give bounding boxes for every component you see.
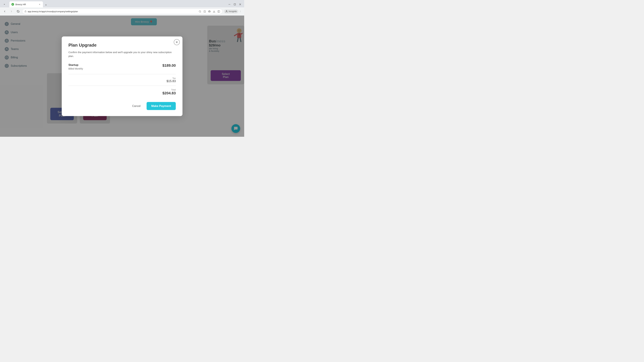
- incognito-label: Incognito: [228, 10, 237, 12]
- tax-label: Tax: [172, 77, 176, 79]
- svg-rect-3: [234, 3, 236, 5]
- total-amount: $204.83: [162, 91, 176, 95]
- reload-button[interactable]: [16, 9, 21, 14]
- tab-close-button[interactable]: ✕: [38, 3, 41, 6]
- app-content: General Users Permissions Teams Billing: [0, 15, 244, 137]
- modal-title: Plan Upgrade: [68, 42, 176, 48]
- window-controls: [228, 2, 242, 6]
- back-button[interactable]: [2, 9, 8, 14]
- plan-upgrade-modal: Plan Upgrade Confirm the payment informa…: [62, 36, 182, 116]
- address-bar-row: app.breezy.hr/app/c/moodjoy/company/sett…: [0, 7, 244, 15]
- make-payment-button[interactable]: Make Payment: [146, 102, 176, 110]
- svg-point-7: [199, 10, 201, 12]
- modal-container: Plan Upgrade Confirm the payment informa…: [62, 36, 182, 116]
- modal-description: Confirm the payment information below an…: [68, 50, 176, 58]
- svg-point-12: [240, 11, 241, 11]
- plan-details: Startup Billed Monthly: [68, 63, 83, 70]
- plan-name: Startup: [68, 63, 83, 67]
- browser-titlebar: B Breezy HR ✕ +: [0, 0, 244, 7]
- profile-switcher[interactable]: [2, 2, 7, 7]
- svg-point-13: [240, 12, 241, 12]
- browser-chrome: B Breezy HR ✕ +: [0, 0, 244, 15]
- svg-point-11: [240, 11, 241, 11]
- cancel-button[interactable]: Cancel: [130, 103, 143, 109]
- browser-actions: Incognito: [224, 9, 242, 13]
- tab-title: Breezy HR: [16, 3, 37, 6]
- search-icon[interactable]: [198, 10, 202, 13]
- url-text: app.breezy.hr/app/c/moodjoy/company/sett…: [28, 10, 197, 13]
- svg-rect-9: [218, 10, 220, 12]
- extensions-icon[interactable]: [208, 10, 211, 13]
- tab-bar: B Breezy HR ✕ +: [8, 1, 226, 7]
- modal-actions: Cancel Make Payment: [68, 102, 176, 110]
- forward-button[interactable]: [9, 9, 14, 14]
- download-icon[interactable]: [212, 10, 216, 13]
- plan-price: $189.00: [162, 63, 176, 68]
- svg-text:B: B: [12, 4, 13, 5]
- active-tab[interactable]: B Breezy HR ✕: [10, 1, 43, 7]
- tab-favicon: B: [12, 3, 14, 6]
- maximize-button[interactable]: [233, 2, 237, 6]
- plan-info-row: Startup Billed Monthly $189.00: [68, 63, 176, 70]
- new-tab-button[interactable]: +: [44, 3, 48, 7]
- tax-amount: $15.83: [166, 79, 176, 83]
- lock-icon: [24, 10, 27, 12]
- svg-point-10: [226, 10, 227, 11]
- incognito-badge: Incognito: [224, 9, 238, 13]
- modal-close-button[interactable]: [174, 39, 180, 45]
- minimize-button[interactable]: [228, 2, 232, 6]
- bookmark-icon[interactable]: [203, 10, 206, 13]
- menu-button[interactable]: [239, 10, 242, 13]
- close-button[interactable]: [238, 2, 242, 6]
- address-bar[interactable]: app.breezy.hr/app/c/moodjoy/company/sett…: [22, 9, 222, 14]
- sidebar-toggle-icon[interactable]: [217, 10, 220, 13]
- address-bar-icons: [198, 10, 220, 13]
- total-label: Total: [171, 88, 176, 91]
- plan-billing: Billed Monthly: [68, 67, 83, 70]
- svg-rect-6: [25, 11, 26, 12]
